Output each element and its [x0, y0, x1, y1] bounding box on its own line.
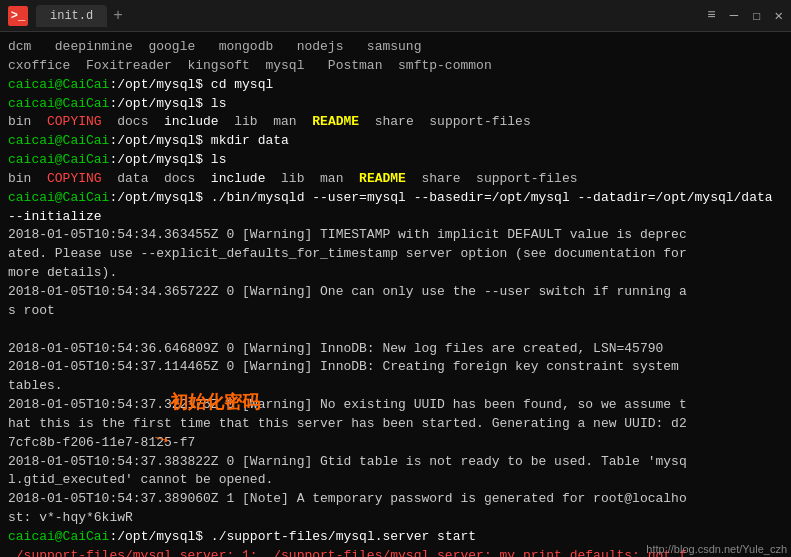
titlebar: >_ init.d + ≡ — ☐ ✕ — [0, 0, 791, 32]
tab-label: init.d — [50, 9, 93, 23]
terminal-icon: >_ — [8, 6, 28, 26]
prompt: caicai@CaiCai — [8, 96, 109, 111]
list-item: caicai@CaiCai:/opt/mysql$ mkdir data — [8, 132, 783, 151]
list-item: bin COPYING data docs include lib man RE… — [8, 170, 783, 189]
list-item: 2018-01-05T10:54:36.646809Z 0 [Warning] … — [8, 340, 783, 359]
close-button[interactable]: ✕ — [775, 7, 783, 24]
annotation-label: 初始化密码 — [170, 390, 260, 414]
list-item: caicai@CaiCai:/opt/mysql$ ./bin/mysqld -… — [8, 189, 783, 227]
list-item: cxoffice Foxitreader kingsoft mysql Post… — [8, 57, 783, 76]
list-item — [8, 321, 783, 340]
minimize-button[interactable]: — — [730, 7, 738, 24]
list-item: caicai@CaiCai:/opt/mysql$ cd mysql — [8, 76, 783, 95]
list-item: 2018-01-05T10:54:37.389060Z 1 [Note] A t… — [8, 490, 783, 528]
list-item: caicai@CaiCai:/opt/mysql$ ls — [8, 95, 783, 114]
add-tab-button[interactable]: + — [113, 7, 123, 25]
list-item: caicai@CaiCai:/opt/mysql$ ls — [8, 151, 783, 170]
list-item: dcm deepinmine google mongodb nodejs sam… — [8, 38, 783, 57]
list-item: 2018-01-05T10:54:34.365722Z 0 [Warning] … — [8, 283, 783, 321]
list-item: 2018-01-05T10:54:37.114465Z 0 [Warning] … — [8, 358, 783, 396]
terminal-output: dcm deepinmine google mongodb nodejs sam… — [0, 32, 791, 557]
list-item: bin COPYING docs include lib man README … — [8, 113, 783, 132]
tab-initd[interactable]: init.d — [36, 5, 107, 27]
prompt: caicai@CaiCai — [8, 77, 109, 92]
maximize-button[interactable]: ☐ — [752, 7, 760, 24]
watermark: http://blog.csdn.net/Yule_czh — [646, 543, 787, 555]
menu-icon[interactable]: ≡ — [707, 7, 715, 24]
window-controls: ≡ — ☐ ✕ — [707, 7, 783, 24]
list-item: 2018-01-05T10:54:37.322175Z 0 [Warning] … — [8, 396, 783, 453]
list-item: 2018-01-05T10:54:34.363455Z 0 [Warning] … — [8, 226, 783, 283]
list-item: 2018-01-05T10:54:37.383822Z 0 [Warning] … — [8, 453, 783, 491]
